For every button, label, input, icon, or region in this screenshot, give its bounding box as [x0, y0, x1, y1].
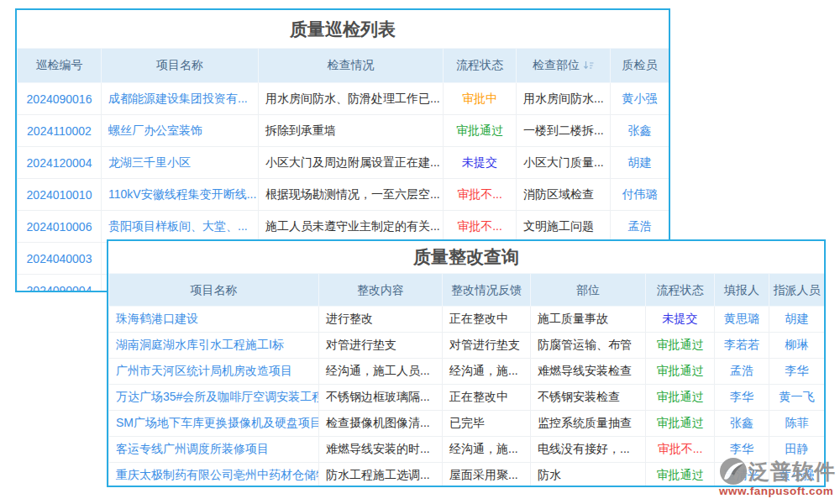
rectification-row[interactable]: 客运专线广州调度所装修项目 难燃导线安装的时... 经沟通，施... 电线没有接…	[109, 437, 825, 463]
part-text: 施工质量事故	[531, 307, 646, 333]
rectify-content-text: 防水工程施工选调...	[319, 463, 443, 488]
inspection-id-link[interactable]: 2024090016	[18, 83, 102, 115]
project-name-link[interactable]: 珠海鹤港口建设	[109, 307, 319, 333]
reporter-link[interactable]: 李若若	[715, 333, 769, 359]
inspection-id-link[interactable]: 2024110002	[18, 115, 102, 147]
rectify-feedback-text: 正在整改中	[443, 385, 531, 411]
rectify-content-text: 经沟通，施工人员...	[319, 359, 443, 385]
flow-status-badge: 审批不...	[444, 179, 517, 211]
inspection-header-row: 巡检编号 项目名称 检查情况 流程状态 检查部位 质检员	[18, 49, 669, 83]
project-name-link[interactable]: 客运专线广州调度所装修项目	[109, 437, 319, 463]
inspection-id-link[interactable]: 2024040003	[18, 243, 102, 275]
check-location-text: 用水房间防水...	[517, 83, 611, 115]
inspector-link[interactable]: 胡建	[611, 147, 669, 179]
rectification-row[interactable]: 广州市天河区统计局机房改造项目 经沟通，施工人员... 经沟通，施... 难燃导…	[109, 359, 825, 385]
inspection-id-link[interactable]: 2024120004	[18, 147, 102, 179]
project-name-link[interactable]: 湖南洞庭湖水库引水工程施工I标	[109, 333, 319, 359]
flow-status-badge: 审批中	[444, 83, 517, 115]
rectification-header-row: 项目名称 整改内容 整改情况反馈 部位 流程状态 填报人 指派人员	[109, 274, 825, 307]
rectification-row[interactable]: 珠海鹤港口建设 进行整改 正在整改中 施工质量事故 未提交 黄思璐 胡建	[109, 307, 825, 333]
column-header-inspection-id: 巡检编号	[18, 49, 102, 83]
inspection-id-link[interactable]: 2024010006	[18, 211, 102, 243]
flow-status-badge: 审批通过	[444, 115, 517, 147]
inspection-id-link[interactable]: 2024010010	[18, 179, 102, 211]
flow-status-badge: 审批通过	[646, 333, 715, 359]
column-header-flow-status: 流程状态	[646, 274, 715, 307]
inspector-link[interactable]: 黄小强	[611, 83, 669, 115]
project-name-link[interactable]: 110kV安徽线程集变开断线...	[102, 179, 259, 211]
assignee-link[interactable]: 柳琳	[769, 333, 825, 359]
assignee-link[interactable]: 李华	[769, 359, 825, 385]
inspection-id-link[interactable]: 2024090004	[18, 275, 102, 293]
flow-status-badge: 审批通过	[646, 359, 715, 385]
rectify-content-text: 对管进行垫支	[319, 333, 443, 359]
project-name-link[interactable]: 龙湖三千里小区	[102, 147, 259, 179]
check-detail-text: 拆除到承重墙	[259, 115, 444, 147]
sort-descending-icon[interactable]	[583, 60, 594, 71]
inspector-link[interactable]: 付伟璐	[611, 179, 669, 211]
column-header-check-detail: 检查情况	[259, 49, 444, 83]
inspection-window-title: 质量巡检列表	[17, 10, 669, 48]
fanpu-watermark: 泛普软件 www.fanpusoft.com	[719, 457, 840, 497]
project-name-link[interactable]: 重庆太极制药有限公司亳州中药材仓储物流	[109, 463, 319, 488]
assignee-link[interactable]: 胡建	[769, 307, 825, 333]
rectification-row[interactable]: 湖南洞庭湖水库引水工程施工I标 对管进行垫支 对管进行垫支 防腐管运输、布管 审…	[109, 333, 825, 359]
check-detail-text: 根据现场勘测情况，一至六层空...	[259, 179, 444, 211]
column-header-assignee: 指派人员	[769, 274, 825, 307]
column-header-rectify-feedback: 整改情况反馈	[443, 274, 531, 307]
inspection-row[interactable]: 2024010006 贵阳项目样板间、大堂、... 施工人员未遵守业主制定的有关…	[18, 211, 669, 243]
reporter-link[interactable]: 李华	[715, 385, 769, 411]
rectification-query-window: 质量整改查询 项目名称 整改内容 整改情况反馈 部位 流程状态 填报人 指派人员…	[107, 239, 826, 487]
project-name-link[interactable]: 螺丝厂办公室装饰	[102, 115, 259, 147]
rectification-window-title: 质量整改查询	[108, 241, 824, 273]
rectify-feedback-text: 屋面采用聚...	[443, 463, 531, 488]
column-header-flow-status: 流程状态	[444, 49, 517, 83]
rectify-feedback-text: 已完毕	[443, 411, 531, 437]
inspection-row[interactable]: 2024090016 成都能源建设集团投资有... 用水房间防水、防滑处理工作已…	[18, 83, 669, 115]
flow-status-badge: 审批通过	[646, 385, 715, 411]
rectify-feedback-text: 正在整改中	[443, 307, 531, 333]
reporter-link[interactable]: 张鑫	[715, 411, 769, 437]
column-header-label: 检查部位	[533, 58, 580, 73]
watermark-url-text: www.fanpusoft.com	[719, 485, 840, 497]
watermark-brand-text: 泛普软件	[748, 458, 836, 486]
part-text: 监控系统质量抽查	[531, 411, 646, 437]
inspection-row[interactable]: 2024120004 龙湖三千里小区 小区大门及周边附属设置正在建... 未提交…	[18, 147, 669, 179]
project-name-link[interactable]: 万达广场35#会所及咖啡厅空调安装工程	[109, 385, 319, 411]
check-location-text: 文明施工问题	[517, 211, 611, 243]
inspector-link[interactable]: 孟浩	[611, 211, 669, 243]
check-location-text: 消防区域检查	[517, 179, 611, 211]
rectify-feedback-text: 经沟通，施...	[443, 437, 531, 463]
rectify-feedback-text: 对管进行垫支	[443, 333, 531, 359]
column-header-project-name: 项目名称	[109, 274, 319, 307]
rectification-row[interactable]: SM广场地下车库更换摄像机及硬盘项目 检查摄像机图像清... 已完毕 监控系统质…	[109, 411, 825, 437]
check-detail-text: 小区大门及周边附属设置正在建...	[259, 147, 444, 179]
flow-status-badge: 审批不...	[646, 437, 715, 463]
assignee-link[interactable]: 陈菲	[769, 411, 825, 437]
flow-status-badge: 审批通过	[646, 411, 715, 437]
part-text: 不锈钢安装检查	[531, 385, 646, 411]
part-text: 防腐管运输、布管	[531, 333, 646, 359]
column-header-reporter: 填报人	[715, 274, 769, 307]
project-name-link[interactable]: SM广场地下车库更换摄像机及硬盘项目	[109, 411, 319, 437]
reporter-link[interactable]: 黄思璐	[715, 307, 769, 333]
inspection-row[interactable]: 2024010010 110kV安徽线程集变开断线... 根据现场勘测情况，一至…	[18, 179, 669, 211]
reporter-link[interactable]: 孟浩	[715, 359, 769, 385]
rectification-row[interactable]: 重庆太极制药有限公司亳州中药材仓储物流 防水工程施工选调... 屋面采用聚...…	[109, 463, 825, 488]
column-header-check-location[interactable]: 检查部位	[517, 49, 611, 83]
project-name-link[interactable]: 成都能源建设集团投资有...	[102, 83, 259, 115]
project-name-link[interactable]: 广州市天河区统计局机房改造项目	[109, 359, 319, 385]
inspector-link[interactable]: 张鑫	[611, 115, 669, 147]
check-detail-text: 用水房间防水、防滑处理工作已...	[259, 83, 444, 115]
rectify-content-text: 检查摄像机图像清...	[319, 411, 443, 437]
rectify-content-text: 难燃导线安装的时...	[319, 437, 443, 463]
check-location-text: 一楼到二楼拆...	[517, 115, 611, 147]
rectification-row[interactable]: 万达广场35#会所及咖啡厅空调安装工程 不锈钢边框玻璃隔... 正在整改中 不锈…	[109, 385, 825, 411]
column-header-inspector: 质检员	[611, 49, 669, 83]
assignee-link[interactable]: 黄一飞	[769, 385, 825, 411]
project-name-link[interactable]: 贵阳项目样板间、大堂、...	[102, 211, 259, 243]
column-header-project-name: 项目名称	[102, 49, 259, 83]
rectification-table: 项目名称 整改内容 整改情况反馈 部位 流程状态 填报人 指派人员 珠海鹤港口建…	[108, 273, 825, 487]
rectify-feedback-text: 经沟通，施...	[443, 359, 531, 385]
inspection-row[interactable]: 2024110002 螺丝厂办公室装饰 拆除到承重墙 审批通过 一楼到二楼拆..…	[18, 115, 669, 147]
